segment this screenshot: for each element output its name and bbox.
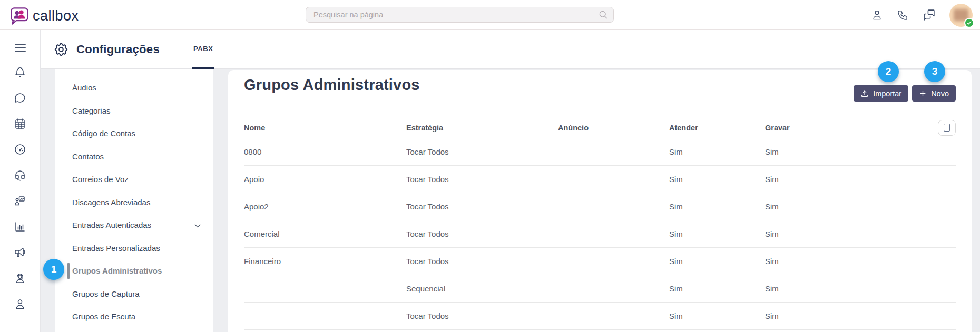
content-area: Áudios Categorias Código de Contas Conta… xyxy=(41,69,980,332)
page-header: Configurações PABX xyxy=(41,30,980,69)
sidebar-item-categorias[interactable]: Categorias xyxy=(55,99,213,123)
col-atender: Atender xyxy=(669,124,765,132)
topbar-actions xyxy=(871,0,973,30)
search-icon xyxy=(598,9,609,20)
sidebar-item-discagens-abreviadas[interactable]: Discagens Abreviadas xyxy=(55,191,213,214)
callbox-logo-icon xyxy=(7,4,31,27)
table-row[interactable]: Comercial Tocar Todos Sim Sim xyxy=(244,220,956,248)
sidebar-item-codigo-de-contas[interactable]: Código de Contas xyxy=(55,122,213,145)
checkbox-icon xyxy=(944,124,950,132)
avatar[interactable] xyxy=(949,4,973,27)
table-row[interactable]: Apoio Tocar Todos Sim Sim xyxy=(244,166,956,193)
sidebar-item-audios[interactable]: Áudios xyxy=(55,76,213,99)
icon-rail xyxy=(0,30,41,332)
annotation-step-2: 2 xyxy=(878,61,899,82)
gear-icon xyxy=(53,42,69,57)
gauge-icon[interactable] xyxy=(14,143,26,156)
sidebar-item-entradas-personalizadas[interactable]: Entradas Personalizadas xyxy=(55,237,213,260)
sidebar-item-grupos-administrativos[interactable]: Grupos Administrativos xyxy=(55,259,213,283)
sidebar-item-contatos[interactable]: Contatos xyxy=(55,145,213,168)
user-profile-icon[interactable] xyxy=(871,9,883,21)
annotation-step-1: 1 xyxy=(43,259,64,280)
chat-icon[interactable] xyxy=(923,8,936,22)
menu-toggle-icon[interactable] xyxy=(15,44,26,52)
table-header-row: Nome Estratégia Anúncio Atender Gravar xyxy=(244,117,956,138)
sidebar-item-correios-de-voz[interactable]: Correios de Voz xyxy=(55,168,213,191)
col-estrategia: Estratégia xyxy=(406,124,558,132)
col-anuncio: Anúncio xyxy=(558,124,669,132)
sidebar-item-grupos-de-captura[interactable]: Grupos de Captura xyxy=(55,283,213,306)
search-input[interactable] xyxy=(306,7,614,23)
callbox-logo[interactable]: callbox xyxy=(7,4,79,27)
col-nome: Nome xyxy=(244,124,406,132)
chat-bubble-icon[interactable] xyxy=(14,92,26,104)
online-status-badge xyxy=(964,18,974,28)
section-title: Grupos Administrativos xyxy=(244,76,420,94)
plus-icon xyxy=(919,89,927,97)
tab-pabx[interactable]: PABX xyxy=(192,30,214,69)
main-card: Grupos Administrativos 2 3 Importar Novo xyxy=(228,70,972,332)
global-search xyxy=(306,7,614,23)
table-row[interactable]: Financeiro Tocar Todos Sim Sim xyxy=(244,248,956,275)
table-row[interactable]: Apoio2 Tocar Todos Sim Sim xyxy=(244,193,956,220)
tab-pabx-label: PABX xyxy=(192,30,214,69)
column-select-button[interactable] xyxy=(938,120,956,136)
phone-icon[interactable] xyxy=(897,9,909,21)
upload-icon xyxy=(860,89,869,98)
logo-wordmark: callbox xyxy=(33,8,79,24)
notifications-bell-icon[interactable] xyxy=(14,66,26,78)
topbar: callbox xyxy=(0,0,980,30)
headset-icon[interactable] xyxy=(14,169,26,182)
chevron-down-icon xyxy=(193,222,202,230)
col-gravar: Gravar xyxy=(765,124,929,132)
table-row[interactable]: 0800 Tocar Todos Sim Sim xyxy=(244,138,956,166)
table-row[interactable]: Tocar Todos Sim Sim xyxy=(244,303,956,330)
calendar-icon[interactable] xyxy=(14,117,26,130)
groups-table: Nome Estratégia Anúncio Atender Gravar 0… xyxy=(244,117,956,330)
megaphone-icon[interactable] xyxy=(14,246,26,259)
settings-menu: Áudios Categorias Código de Contas Conta… xyxy=(55,69,213,332)
annotation-step-3: 3 xyxy=(924,61,945,82)
sidebar-item-grupos-de-escuta[interactable]: Grupos de Escuta xyxy=(55,305,213,328)
active-item-indicator xyxy=(67,263,70,279)
sidebar-item-entradas-autenticadas[interactable]: Entradas Autenticadas xyxy=(55,214,213,237)
import-button[interactable]: Importar xyxy=(854,85,908,102)
page-title: Configurações xyxy=(76,43,160,56)
new-button[interactable]: Novo xyxy=(912,85,956,102)
user-icon[interactable] xyxy=(14,298,26,310)
agent-icon[interactable] xyxy=(14,272,26,285)
table-row[interactable]: Sequencial Sim Sim xyxy=(244,275,956,303)
monitoring-icon[interactable] xyxy=(14,195,26,207)
bar-chart-icon[interactable] xyxy=(14,220,26,233)
